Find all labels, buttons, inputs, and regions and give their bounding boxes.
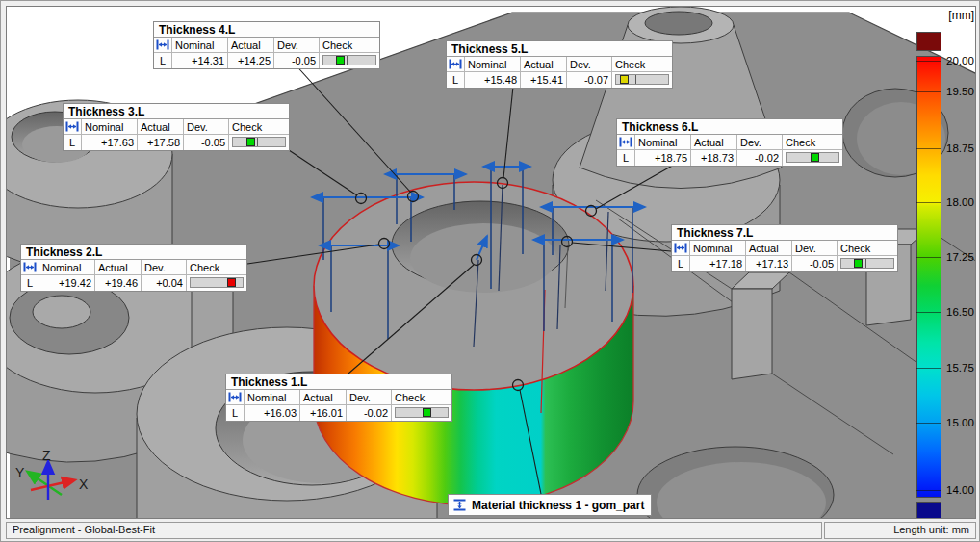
col-actual: Actual (138, 119, 184, 135)
col-check: Check (187, 260, 246, 275)
col-actual: Actual (746, 241, 792, 256)
row-label: L (154, 53, 172, 68)
check-zero-tick (257, 138, 258, 146)
dev-value: -0.05 (274, 53, 320, 68)
check-zero-tick (219, 278, 219, 287)
col-dev: Dev. (184, 119, 229, 135)
nominal-value: +16.03 (245, 405, 300, 421)
col-actual: Actual (300, 390, 347, 405)
row-label: L (226, 405, 245, 421)
annotation-thickness-7[interactable]: Thickness 7.L Nominal Actual Dev. Check … (671, 224, 898, 272)
annotation-thickness-5[interactable]: Thickness 5.L Nominal Actual Dev. Check … (446, 40, 673, 89)
annotation-title: Thickness 3.L (64, 104, 289, 119)
status-bar: Prealignment - Global-Best-Fit Length un… (6, 522, 976, 539)
actual-value: +14.25 (228, 53, 274, 68)
col-nominal: Nominal (39, 260, 95, 275)
annotation-thickness-4[interactable]: Thickness 4.L Nominal Actual Dev. Check … (153, 21, 380, 69)
col-actual: Actual (521, 57, 567, 72)
thickness-caliper-icon (447, 57, 465, 72)
check-bar (322, 55, 376, 65)
material-thickness-icon (453, 499, 466, 511)
check-bar (840, 258, 894, 269)
check-cell (612, 72, 672, 88)
check-cell (392, 405, 451, 421)
col-nominal: Nominal (82, 119, 138, 135)
dev-value: -0.05 (184, 135, 229, 150)
row-label: L (672, 256, 690, 271)
row-label: L (617, 150, 635, 166)
thickness-caliper-icon (672, 241, 690, 256)
nominal-value: +17.18 (690, 256, 746, 271)
thickness-caliper-icon (154, 38, 172, 53)
col-check: Check (392, 390, 451, 405)
alignment-status: Prealignment - Global-Best-Fit (6, 522, 822, 539)
actual-value: +17.13 (746, 256, 792, 271)
col-dev: Dev. (274, 38, 320, 53)
thickness-caliper-icon (226, 390, 245, 405)
annotation-title: Thickness 1.L (226, 374, 451, 390)
actual-value: +19.46 (95, 275, 142, 291)
col-check: Check (783, 135, 842, 150)
actual-value: +17.58 (138, 135, 184, 150)
nominal-value: +18.75 (635, 150, 691, 166)
check-bar (786, 152, 839, 163)
axis-x-label: X (79, 477, 89, 492)
thickness-caliper-icon (64, 119, 82, 135)
dev-value: -0.05 (792, 256, 838, 271)
col-dev: Dev. (567, 57, 612, 72)
col-actual: Actual (691, 135, 737, 150)
annotation-thickness-6[interactable]: Thickness 6.L Nominal Actual Dev. Check … (616, 118, 843, 167)
col-check: Check (320, 38, 379, 53)
gom-inspect-window: Z Y X Thickness 4.L Nominal Actual Dev. … (0, 0, 980, 542)
check-bar (190, 277, 244, 288)
check-zero-tick (635, 75, 636, 84)
col-dev: Dev. (347, 390, 392, 405)
col-nominal: Nominal (172, 38, 228, 53)
dev-value: +0.04 (142, 275, 187, 291)
nominal-value: +17.63 (82, 135, 138, 150)
3d-viewport[interactable]: Z Y X Thickness 4.L Nominal Actual Dev. … (6, 6, 976, 519)
col-dev: Dev. (792, 241, 838, 256)
material-thickness-text: Material thickness 1 - gom_part (472, 499, 644, 512)
nominal-value: +14.31 (172, 53, 228, 68)
material-thickness-label[interactable]: Material thickness 1 - gom_part (448, 494, 652, 516)
col-dev: Dev. (737, 135, 783, 150)
check-cell (187, 275, 246, 291)
col-nominal: Nominal (690, 241, 746, 256)
annotation-title: Thickness 6.L (617, 119, 842, 135)
thickness-caliper-icon (21, 260, 39, 275)
annotation-title: Thickness 2.L (21, 245, 246, 260)
row-label: L (447, 72, 465, 88)
col-actual: Actual (95, 260, 142, 275)
check-bar (232, 137, 286, 147)
axis-y-label: Y (15, 465, 25, 480)
check-bar (615, 74, 669, 85)
check-zero-tick (865, 259, 866, 268)
col-dev: Dev. (142, 260, 187, 275)
actual-value: +15.41 (521, 72, 567, 88)
annotation-thickness-2[interactable]: Thickness 2.L Nominal Actual Dev. Check … (20, 244, 247, 292)
nominal-value: +15.48 (465, 72, 521, 88)
col-nominal: Nominal (245, 390, 300, 405)
check-bar (395, 407, 449, 418)
col-nominal: Nominal (635, 135, 691, 150)
check-cell (838, 256, 897, 271)
annotation-title: Thickness 4.L (154, 22, 379, 38)
check-cell (320, 53, 379, 68)
check-cell (783, 150, 842, 166)
annotation-title: Thickness 7.L (672, 225, 897, 241)
length-unit-status: Length unit: mm (824, 522, 976, 539)
thickness-caliper-icon (617, 135, 635, 150)
annotation-thickness-3[interactable]: Thickness 3.L Nominal Actual Dev. Check … (63, 103, 290, 151)
annotation-thickness-1[interactable]: Thickness 1.L Nominal Actual Dev. Check … (225, 374, 452, 422)
dev-value: -0.02 (737, 150, 783, 166)
dev-value: -0.07 (567, 72, 612, 88)
dev-value: -0.02 (347, 405, 392, 421)
axis-z-label: Z (42, 448, 51, 463)
col-check: Check (838, 241, 897, 256)
row-label: L (21, 275, 39, 291)
row-label: L (64, 135, 82, 150)
check-zero-tick (347, 56, 348, 65)
col-nominal: Nominal (465, 57, 521, 72)
col-check: Check (612, 57, 672, 72)
